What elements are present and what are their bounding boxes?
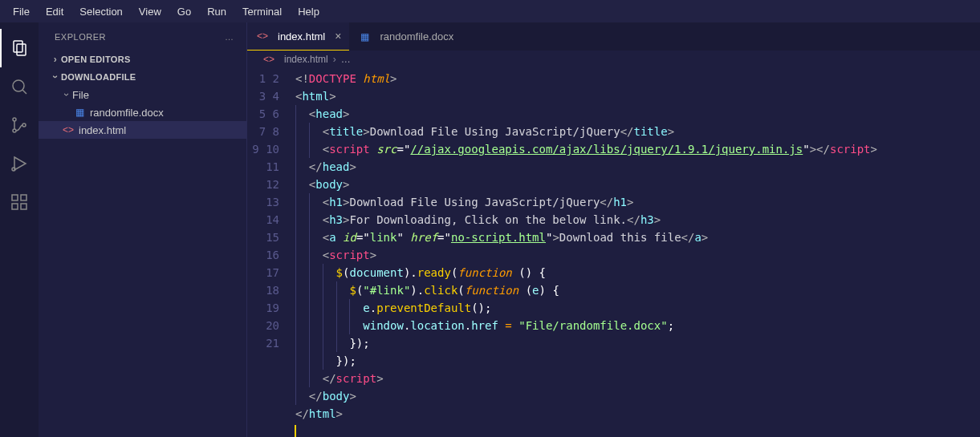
file-index-html[interactable]: <> index.html [39,121,246,139]
chevron-down-icon: › [50,71,61,83]
close-icon[interactable]: × [335,30,341,42]
line-number-gutter: 1 2 3 4 5 6 7 8 9 10 11 12 13 14 15 16 1… [247,70,295,437]
folder-label: File [72,89,89,101]
extensions-icon[interactable] [0,183,39,221]
menu-run[interactable]: Run [199,2,234,21]
code-content[interactable]: <!DOCTYPE html><html> <head> <title>Down… [295,70,980,437]
docx-icon: ▦ [72,107,87,118]
svg-point-8 [12,168,15,171]
sidebar-title: EXPLORER [55,32,106,42]
explorer-icon[interactable] [0,29,39,67]
svg-rect-11 [21,204,26,209]
chevron-down-icon: › [61,89,72,100]
breadcrumb-sep-icon: › [333,54,336,65]
activity-bar [0,22,39,437]
html-icon: <> [61,124,75,136]
menu-help[interactable]: Help [290,2,327,21]
editor[interactable]: 1 2 3 4 5 6 7 8 9 10 11 12 13 14 15 16 1… [247,68,980,437]
file-randomfile-docx[interactable]: ▦ randomfile.docx [39,103,246,121]
svg-rect-12 [21,195,26,200]
open-editors-label: OPEN EDITORS [61,55,131,64]
tab-label: randomfile.docx [380,30,453,42]
folder-file[interactable]: › File [39,86,246,103]
sidebar-header: EXPLORER … [39,22,246,51]
menu-view[interactable]: View [131,2,169,21]
svg-rect-1 [17,44,26,55]
svg-point-6 [22,123,26,127]
tab-index-html[interactable]: <> index.html × [247,22,349,51]
menu-go[interactable]: Go [169,2,199,21]
workspace-section[interactable]: › DOWNLOADFILE [39,68,246,86]
menu-terminal[interactable]: Terminal [234,2,290,21]
svg-rect-10 [12,204,18,209]
search-icon[interactable] [0,67,39,106]
menu-edit[interactable]: Edit [38,2,71,21]
open-editors-section[interactable]: › OPEN EDITORS [39,51,246,68]
menu-file[interactable]: File [5,2,38,21]
workspace-label: DOWNLOADFILE [61,72,136,82]
file-tree: › OPEN EDITORS › DOWNLOADFILE › File ▦ r… [39,51,246,139]
more-icon[interactable]: … [225,32,235,42]
tab-bar: <> index.html × ▦ randomfile.docx [247,22,980,51]
chevron-right-icon: › [50,54,61,65]
debug-icon[interactable] [0,144,39,183]
source-control-icon[interactable] [0,106,39,144]
editor-area: <> index.html × ▦ randomfile.docx <> ind… [247,22,980,437]
file-label: index.html [79,124,126,136]
html-icon: <> [262,54,276,65]
svg-rect-0 [14,41,22,52]
breadcrumb[interactable]: <> index.html › … [247,51,980,68]
html-icon: <> [255,30,270,42]
menu-selection[interactable]: Selection [71,2,130,21]
breadcrumb-rest: … [341,54,351,65]
file-label: randomfile.docx [90,107,164,119]
tab-randomfile-docx[interactable]: ▦ randomfile.docx [349,22,462,51]
svg-point-2 [13,80,24,91]
tab-label: index.html [278,30,325,42]
svg-line-3 [22,90,26,94]
docx-icon: ▦ [357,31,372,42]
svg-point-4 [13,118,16,121]
svg-marker-7 [14,157,26,170]
svg-rect-9 [12,195,18,200]
svg-point-5 [13,129,16,132]
menubar: File Edit Selection View Go Run Terminal… [0,0,980,22]
breadcrumb-file: index.html [284,54,328,65]
cursor [295,425,296,437]
sidebar: EXPLORER … › OPEN EDITORS › DOWNLOADFILE… [39,22,247,437]
